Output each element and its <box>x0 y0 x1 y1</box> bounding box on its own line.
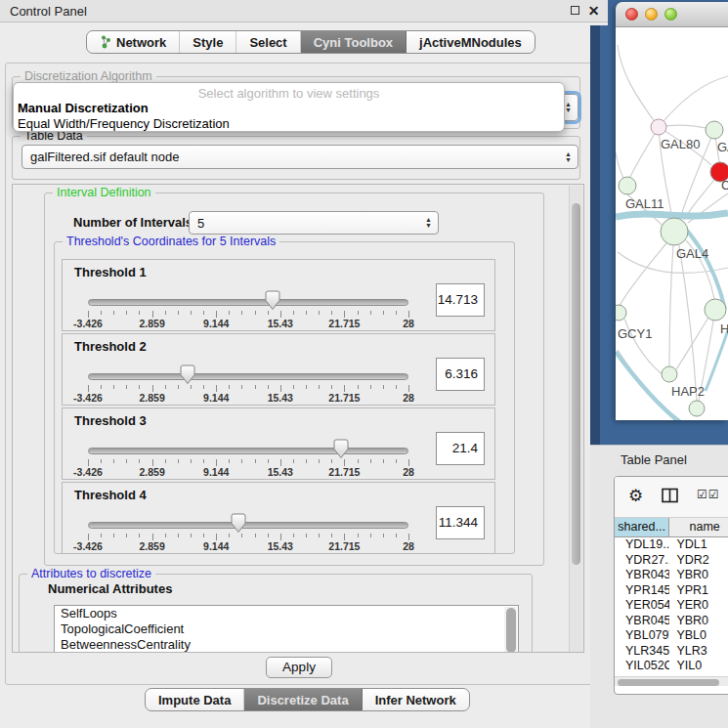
tab-select[interactable]: Select <box>236 31 300 53</box>
attributes-scrollbar-thumb[interactable] <box>506 608 516 653</box>
threshold-slider-track[interactable] <box>88 373 408 380</box>
network-canvas[interactable]: GAL80GACGAL11GAL4GCY1HHAP2 <box>616 27 728 420</box>
combo-arrows-icon: ▲▼ <box>565 102 572 113</box>
close-icon[interactable]: ✕ <box>586 4 601 19</box>
tick-label: -3.426 <box>73 318 103 329</box>
network-node-GAL80[interactable] <box>651 119 666 135</box>
table-row[interactable]: YLR345WYLR3 <box>615 644 728 660</box>
tab-impute-data-label: Impute Data <box>158 693 231 707</box>
tick-mark <box>229 311 230 315</box>
tick-mark <box>229 385 230 389</box>
tick-mark <box>88 534 89 540</box>
network-edge <box>630 127 659 177</box>
algorithm-option-equal-width[interactable]: Equal Width/Frequency Discretization <box>14 116 564 132</box>
tick-mark <box>383 311 384 315</box>
tab-discretize-data[interactable]: Discretize Data <box>244 689 362 710</box>
network-node-H[interactable] <box>705 299 726 321</box>
split-columns-icon[interactable] <box>662 488 678 506</box>
attribute-list-item[interactable]: SelfLoops <box>55 606 518 621</box>
tick-mark <box>191 459 192 463</box>
threshold-slider-track[interactable] <box>88 522 408 529</box>
table-hscroll-thumb[interactable] <box>618 679 719 686</box>
column-header-shared-name[interactable]: shared... <box>615 518 669 536</box>
tick-label: -3.426 <box>73 466 103 478</box>
gear-icon[interactable]: ⚙ <box>628 488 643 505</box>
thresholds-group-title: Threshold's Coordinates for 5 Intervals <box>63 235 279 248</box>
table-row[interactable]: YBR045CYBR0 <box>615 614 728 629</box>
tick-label: -3.426 <box>73 540 103 552</box>
tick-mark <box>396 459 397 463</box>
threshold-value-input[interactable]: 11.344 <box>436 506 485 539</box>
table-horizontal-scrollbar[interactable] <box>615 676 728 686</box>
zoom-traffic-light[interactable] <box>664 8 677 21</box>
network-node-label: GAL11 <box>625 196 664 211</box>
table-row[interactable]: YER054CYER0 <box>615 598 728 614</box>
tick-label: 9.144 <box>203 318 229 329</box>
slider-thumb[interactable] <box>265 290 280 311</box>
tick-mark <box>152 459 153 466</box>
float-window-icon[interactable] <box>568 4 582 19</box>
tick-mark <box>139 459 140 463</box>
threshold-value-input[interactable]: 6.316 <box>436 358 485 391</box>
tick-label: 21.715 <box>328 318 360 329</box>
attributes-list-scrollbar[interactable] <box>504 607 517 653</box>
tick-mark <box>383 385 384 389</box>
table-row[interactable]: YIL052CYIL0 <box>615 659 728 674</box>
tick-mark <box>178 385 179 389</box>
tick-mark <box>306 534 307 537</box>
tab-network[interactable]: Network <box>87 31 180 53</box>
table-row[interactable]: YPR145WYPR1 <box>615 583 728 599</box>
network-node-GAL4[interactable] <box>661 218 688 245</box>
threshold-slider-track[interactable] <box>88 448 408 454</box>
table-row[interactable]: YDR27...YDR2 <box>615 553 728 569</box>
tab-infer-network[interactable]: Infer Network <box>363 689 469 710</box>
table-row[interactable]: YBR043CYBR0 <box>615 568 728 583</box>
threshold-slider-track[interactable] <box>88 299 408 306</box>
tick-mark <box>113 459 114 463</box>
tick-mark <box>319 534 320 537</box>
tick-label: 15.43 <box>268 318 293 329</box>
tick-mark <box>408 385 409 392</box>
network-node-GA[interactable] <box>706 121 723 139</box>
attribute-list-item[interactable]: TopologicalCoefficient <box>55 621 518 637</box>
column-header-name[interactable]: name <box>669 518 728 536</box>
settings-scrollbar-thumb[interactable] <box>572 203 580 565</box>
network-node-B[interactable] <box>689 401 705 416</box>
apply-button[interactable]: Apply <box>266 657 332 678</box>
tick-mark <box>293 459 294 463</box>
table-data-combobox[interactable]: galFiltered.sif default node ▲▼ <box>21 145 578 169</box>
network-window-titlebar[interactable] <box>616 2 728 27</box>
tick-mark <box>113 311 114 315</box>
node-table: ⚙ ☑☑ shared... name YDL19...YDL1YDR27...… <box>614 476 728 695</box>
tab-impute-data[interactable]: Impute Data <box>146 689 244 710</box>
tick-label: 2.859 <box>139 318 164 329</box>
table-panel: Table Panel ⚙ ☑☑ shared... name YDL19...… <box>590 445 728 728</box>
threshold-value-input[interactable]: 14.713 <box>436 283 485 317</box>
threshold-value-input[interactable]: 21.4 <box>436 432 485 465</box>
threshold-box: Threshold 2-3.4262.8599.14415.4321.71528… <box>62 333 495 406</box>
algorithm-option-manual[interactable]: Manual Discretization <box>14 101 564 116</box>
network-node-HAP2[interactable] <box>662 366 677 382</box>
network-edge <box>620 243 666 306</box>
tab-select-label: Select <box>249 35 286 50</box>
number-of-intervals-combobox[interactable]: 5 ▲▼ <box>189 211 439 235</box>
tab-style[interactable]: Style <box>180 31 236 53</box>
tab-jactivemnodules[interactable]: jActiveMNodules <box>407 31 535 53</box>
checkbox-filter-icons[interactable]: ☑☑ <box>697 488 720 501</box>
tab-cyni-toolbox[interactable]: Cyni Toolbox <box>301 31 407 53</box>
combo-arrows-icon: ▲▼ <box>425 217 432 229</box>
network-node-GCY1[interactable] <box>616 305 626 321</box>
network-graph: GAL80GACGAL11GAL4GCY1HHAP2 <box>616 27 728 420</box>
minimize-traffic-light[interactable] <box>645 8 658 21</box>
table-row[interactable]: YBL079WYBL0 <box>615 628 728 644</box>
close-traffic-light[interactable] <box>625 8 638 21</box>
table-row[interactable]: YDL19...YDL1 <box>615 537 728 553</box>
attribute-list-item[interactable]: BetweennessCentrality <box>55 637 518 653</box>
slider-thumb[interactable] <box>333 439 349 459</box>
network-node-GAL11[interactable] <box>619 177 636 194</box>
slider-thumb[interactable] <box>180 364 195 385</box>
settings-vertical-scrollbar[interactable] <box>569 186 582 653</box>
slider-thumb[interactable] <box>231 513 246 534</box>
numerical-attributes-list[interactable]: SelfLoopsTopologicalCoefficientBetweenne… <box>54 605 519 653</box>
tick-label: 28 <box>403 466 414 478</box>
